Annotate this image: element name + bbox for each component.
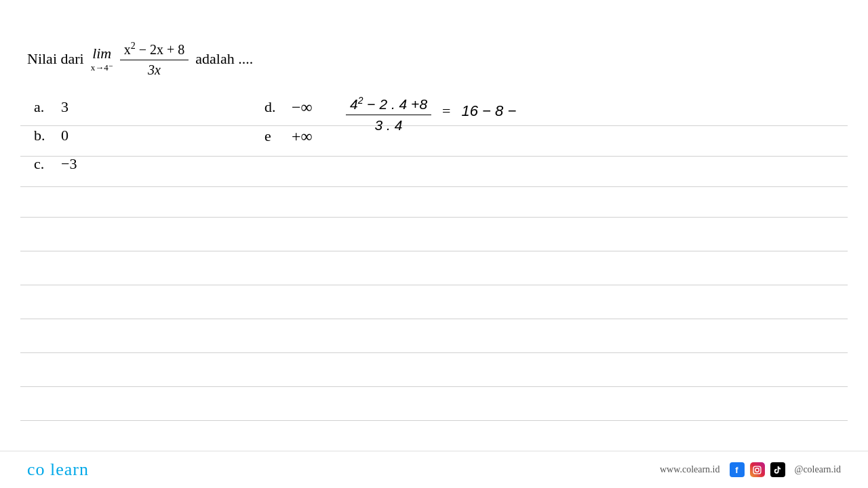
- option-e-label: e: [264, 127, 292, 145]
- working-section: 42 − 2 . 4 +8 3 . 4 = 16 − 8 −: [346, 95, 841, 134]
- option-b-value: 0: [61, 127, 68, 144]
- facebook-icon: f: [730, 462, 745, 477]
- limit-word: lim: [92, 45, 111, 62]
- svg-point-1: [755, 468, 759, 471]
- colearn-logo: co learn: [27, 460, 89, 480]
- option-b-label: b.: [34, 127, 61, 144]
- option-b: b. 0: [34, 127, 264, 144]
- tiktok-icon: [770, 462, 785, 477]
- social-icons: f: [730, 462, 785, 477]
- working-denominator: 3 . 4: [371, 115, 407, 134]
- footer-handle: @colearn.id: [795, 464, 841, 475]
- option-a: a. 3: [34, 98, 264, 116]
- instagram-icon: [750, 462, 765, 477]
- option-d-value: −∞: [292, 98, 313, 117]
- footer-right: www.colearn.id f @colearn.id: [660, 462, 841, 477]
- adalah-text: adalah ....: [195, 50, 253, 68]
- option-c: c. −3: [34, 155, 264, 173]
- footer: co learn www.colearn.id f @colearn.id: [0, 451, 868, 488]
- option-c-label: c.: [34, 155, 61, 173]
- svg-rect-0: [753, 466, 761, 474]
- working-numerator: 42 − 2 . 4 +8: [346, 95, 431, 115]
- working-equals: =: [442, 102, 450, 120]
- option-d-label: d.: [264, 98, 292, 116]
- fraction-numerator: x2 − 2x + 8: [120, 41, 189, 60]
- limit-subscript: x→4⁻: [91, 62, 113, 73]
- nilai-dari-text: Nilai dari: [27, 50, 84, 68]
- footer-url: www.colearn.id: [660, 464, 720, 475]
- fraction-denominator: 3x: [144, 60, 165, 78]
- limit-symbol: lim x→4⁻: [91, 45, 113, 73]
- option-c-value: −3: [61, 155, 77, 173]
- working-result: 16 − 8 −: [461, 102, 516, 120]
- option-e-value: +∞: [292, 127, 313, 146]
- option-a-label: a.: [34, 98, 61, 116]
- working-fraction: 42 − 2 . 4 +8 3 . 4: [346, 95, 431, 134]
- limit-fraction: x2 − 2x + 8 3x: [120, 41, 189, 78]
- option-a-value: 3: [61, 98, 68, 116]
- svg-point-2: [759, 467, 760, 468]
